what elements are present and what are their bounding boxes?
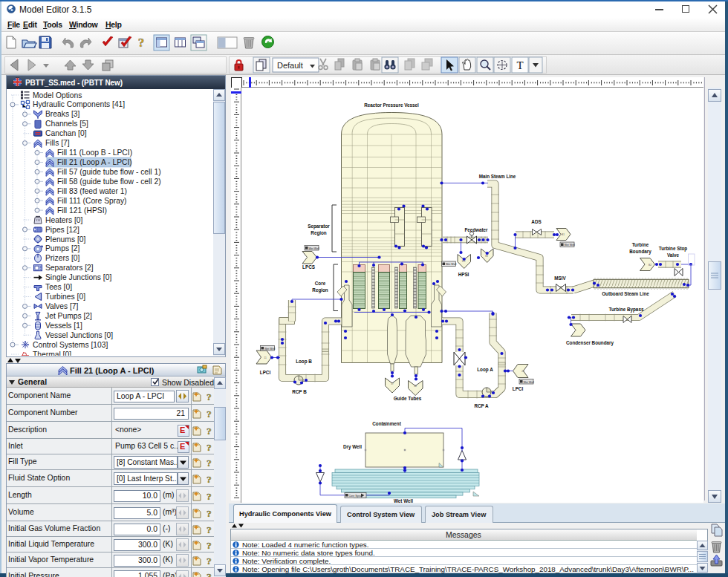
svg-text:Turbine Stop: Turbine Stop (659, 246, 688, 252)
svg-text:Model Options: Model Options (33, 91, 82, 100)
svg-text:Reactor Pressure Vessel: Reactor Pressure Vessel (364, 102, 419, 108)
svg-text:Pipes [12]: Pipes [12] (45, 226, 79, 234)
svg-text:Fill 83 (feed water 1): Fill 83 (feed water 1) (57, 187, 127, 195)
svg-text:Dry Well: Dry Well (343, 444, 362, 450)
svg-text:?: ? (207, 524, 212, 535)
svg-text:Wet Well: Wet Well (394, 498, 413, 503)
svg-text:Tees [0]: Tees [0] (45, 283, 72, 291)
svg-text:B1: B1 (562, 233, 565, 236)
svg-text:Wet Well: Wet Well (565, 244, 575, 247)
svg-text:RCP B: RCP B (292, 389, 307, 394)
svg-text:?: ? (207, 408, 212, 419)
svg-text:Single Junctions [0]: Single Junctions [0] (45, 273, 111, 281)
svg-text:Boundary: Boundary (629, 249, 651, 255)
svg-text:Hydraulic Components [41]: Hydraulic Components [41] (33, 100, 125, 108)
svg-text:21: 21 (521, 370, 524, 373)
svg-text:58: 58 (414, 385, 417, 388)
svg-text:RCP A: RCP A (474, 403, 489, 408)
svg-text:Loop B: Loop B (296, 359, 312, 365)
svg-text:Main Steam Line: Main Steam Line (479, 174, 516, 179)
svg-text:Turbine: Turbine (632, 242, 649, 247)
svg-text:Core Spray: Core Spray (349, 495, 363, 498)
svg-text:Fill 58 (guide tube flow - cel: Fill 58 (guide tube flow - cell 2) (57, 177, 161, 186)
svg-text:111: 111 (462, 260, 466, 263)
svg-text:Core: Core (315, 281, 326, 286)
svg-text:Separators [2]: Separators [2] (45, 264, 94, 272)
svg-text:LPCI: LPCI (260, 370, 271, 375)
svg-text:Wet Well: Wet Well (264, 348, 275, 351)
svg-text:Pumps [2]: Pumps [2] (45, 244, 79, 252)
svg-text:?: ? (207, 571, 212, 577)
svg-text:?: ? (207, 491, 212, 501)
svg-text:?: ? (207, 555, 212, 566)
svg-text:T: T (516, 59, 523, 71)
svg-text:Vessels [1]: Vessels [1] (45, 322, 82, 330)
svg-text:Default: Default (277, 61, 303, 70)
svg-text:?: ? (207, 474, 212, 484)
svg-text:B2: B2 (649, 264, 651, 267)
svg-text:Fill 111 (Core Spray): Fill 111 (Core Spray) (57, 197, 126, 205)
svg-text:Turbines [0]: Turbines [0] (45, 293, 85, 301)
svg-text:Channels [5]: Channels [5] (45, 120, 88, 128)
svg-text:57: 57 (391, 382, 394, 385)
svg-text:Fill 121 (HPSI): Fill 121 (HPSI) (57, 206, 107, 215)
svg-text:HPSI: HPSI (458, 272, 469, 277)
svg-text:Vessel Junctions [0]: Vessel Junctions [0] (45, 331, 113, 339)
svg-text:Thermal [0]: Thermal [0] (33, 351, 71, 356)
svg-text:Wet Well: Wet Well (309, 247, 319, 250)
svg-text:Containment: Containment (372, 421, 401, 426)
svg-text:Fill 11 (Loop B - LPCI): Fill 11 (Loop B - LPCI) (57, 149, 132, 157)
svg-text:Region: Region (311, 230, 326, 236)
svg-text:Feedwater: Feedwater (464, 227, 488, 232)
svg-text:Wet Well: Wet Well (524, 381, 534, 384)
svg-text:Region: Region (312, 287, 328, 293)
svg-text:Fill 57 (guide tube flow - cel: Fill 57 (guide tube flow - cell 1) (57, 168, 161, 176)
svg-text:Fill 21 (Loop A - LPCI): Fill 21 (Loop A - LPCI) (57, 158, 132, 166)
svg-text:11: 11 (264, 356, 267, 359)
svg-text:Fills [7]: Fills [7] (45, 139, 70, 147)
svg-text:Valve: Valve (667, 252, 680, 258)
svg-text:Valves [7]: Valves [7] (45, 302, 79, 310)
svg-text:83: 83 (485, 255, 488, 258)
svg-text:LPCS: LPCS (302, 264, 315, 270)
svg-text:Loop A: Loop A (477, 367, 493, 373)
svg-text:Plenums [0]: Plenums [0] (45, 235, 86, 244)
svg-text:?: ? (207, 508, 212, 518)
svg-text:?: ? (207, 457, 212, 468)
svg-text:Wet Well: Wet Well (446, 263, 456, 266)
svg-text:?: ? (207, 426, 212, 436)
svg-text:Separator: Separator (308, 224, 330, 229)
svg-text:?: ? (138, 36, 145, 50)
svg-text:Breaks [3]: Breaks [3] (45, 110, 79, 118)
svg-text:Condenser Boundary: Condenser Boundary (566, 340, 614, 346)
svg-text:Prizers [0]: Prizers [0] (45, 254, 79, 262)
svg-text:Guide Tubes: Guide Tubes (394, 396, 422, 401)
svg-text:?: ? (207, 442, 212, 452)
svg-text:Canchan [0]: Canchan [0] (45, 129, 87, 137)
svg-text:?: ? (207, 391, 212, 402)
svg-text:Control Systems [103]: Control Systems [103] (33, 341, 108, 349)
svg-text:Outboard Steam Line: Outboard Steam Line (602, 291, 649, 296)
svg-text:MSIV: MSIV (554, 276, 566, 281)
svg-text:ADS: ADS (531, 219, 541, 224)
svg-text:Turbine Bypass: Turbine Bypass (609, 307, 644, 313)
svg-text:Jet Pumps [2]: Jet Pumps [2] (45, 312, 92, 320)
svg-text:Heaters [0]: Heaters [0] (45, 216, 83, 224)
svg-text:?: ? (207, 540, 212, 550)
svg-text:LPCI: LPCI (513, 386, 524, 391)
